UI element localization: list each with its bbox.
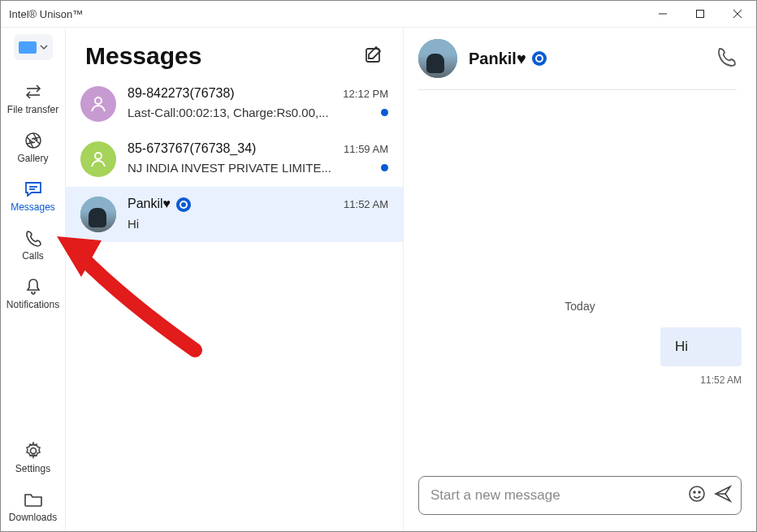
thread-time: 11:59 AM <box>344 143 388 155</box>
close-button[interactable] <box>719 1 756 27</box>
window-title: Intel® Unison™ <box>9 8 83 20</box>
sidebar-item-downloads[interactable]: Downloads <box>2 482 65 531</box>
message-text: Hi <box>660 327 742 366</box>
device-icon <box>19 41 37 54</box>
svg-rect-1 <box>697 11 704 18</box>
thread-name: 85-673767(76738_34) <box>128 141 256 156</box>
chat-input-container <box>418 476 742 515</box>
page-title: Messages <box>85 42 201 70</box>
thread-item-active[interactable]: Pankil♥ 11:52 AM Hi <box>66 187 403 242</box>
sidebar: File transfer Gallery Messages Calls Not… <box>1 28 66 531</box>
svg-point-21 <box>699 491 700 493</box>
folder-icon <box>2 489 65 510</box>
aperture-icon <box>2 130 65 151</box>
message-time: 11:52 AM <box>700 374 742 386</box>
transfer-icon <box>2 81 65 102</box>
date-separator: Today <box>418 300 742 313</box>
avatar <box>418 39 457 78</box>
compose-button[interactable] <box>364 45 383 67</box>
thread-name: 89-842273(76738) <box>128 86 235 101</box>
thread-time: 12:12 PM <box>343 88 388 100</box>
svg-point-6 <box>26 133 41 148</box>
bell-icon <box>2 276 65 297</box>
thread-item[interactable]: 89-842273(76738) 12:12 PM Last-Call:00:0… <box>66 76 403 132</box>
svg-point-18 <box>95 153 102 159</box>
chat-body: Today Hi 11:52 AM <box>404 90 756 466</box>
sidebar-item-label: Settings <box>2 463 65 474</box>
thread-snippet: NJ INDIA INVEST PRIVATE LIMITE... <box>128 161 331 175</box>
device-selector[interactable] <box>14 34 53 60</box>
window-controls <box>644 1 756 27</box>
chat-header: Pankil♥ <box>418 28 737 90</box>
sidebar-item-label: Notifications <box>2 299 65 310</box>
chat-panel: Pankil♥ Today Hi 11:52 AM <box>404 28 756 531</box>
sidebar-item-calls[interactable]: Calls <box>2 221 65 270</box>
sidebar-item-gallery[interactable]: Gallery <box>2 123 65 172</box>
sidebar-item-label: File transfer <box>2 104 65 115</box>
chat-title: Pankil♥ <box>469 50 547 68</box>
gear-icon <box>2 440 65 461</box>
avatar <box>80 86 116 122</box>
sidebar-item-label: Gallery <box>2 153 65 164</box>
list-header: Messages <box>66 28 403 76</box>
nazar-icon <box>176 197 191 212</box>
thread-item[interactable]: 85-673767(76738_34) 11:59 AM NJ INDIA IN… <box>66 132 403 187</box>
call-button[interactable] <box>716 46 737 71</box>
title-bar: Intel® Unison™ <box>1 1 756 27</box>
sidebar-item-messages[interactable]: Messages <box>2 172 65 221</box>
thread-snippet: Last-Call:00:02:13, Charge:Rs0.00,... <box>128 106 329 119</box>
sidebar-item-settings[interactable]: Settings <box>2 434 65 482</box>
svg-line-11 <box>27 142 35 144</box>
svg-point-20 <box>694 491 695 493</box>
sidebar-item-label: Calls <box>2 250 65 262</box>
chat-icon <box>2 179 65 200</box>
sidebar-item-label: Downloads <box>2 512 65 523</box>
phone-icon <box>2 227 65 249</box>
svg-point-17 <box>95 97 102 104</box>
thread-name: Pankil♥ <box>128 197 191 212</box>
avatar <box>80 141 116 177</box>
unread-dot <box>381 109 388 116</box>
sidebar-item-label: Messages <box>2 201 65 213</box>
svg-point-15 <box>30 448 36 454</box>
main-area: File transfer Gallery Messages Calls Not… <box>1 27 756 531</box>
thread-snippet: Hi <box>128 217 139 231</box>
sidebar-item-file-transfer[interactable]: File transfer <box>2 75 65 123</box>
send-button[interactable] <box>713 484 733 507</box>
maximize-button[interactable] <box>681 1 719 27</box>
message-outgoing: Hi 11:52 AM <box>418 327 742 386</box>
svg-point-19 <box>690 487 704 501</box>
nazar-icon <box>532 51 547 66</box>
chevron-down-icon <box>40 43 48 51</box>
avatar <box>80 197 116 232</box>
thread-time: 11:52 AM <box>344 198 388 210</box>
unread-dot <box>381 164 388 171</box>
message-input[interactable] <box>430 487 681 504</box>
chat-input-row <box>404 466 756 531</box>
minimize-button[interactable] <box>644 1 681 27</box>
svg-line-8 <box>32 137 40 139</box>
sidebar-item-notifications[interactable]: Notifications <box>2 270 65 318</box>
emoji-button[interactable] <box>687 484 707 507</box>
conversation-list-panel: Messages 89-842273(76738) 12:12 PM Last-… <box>66 28 404 531</box>
